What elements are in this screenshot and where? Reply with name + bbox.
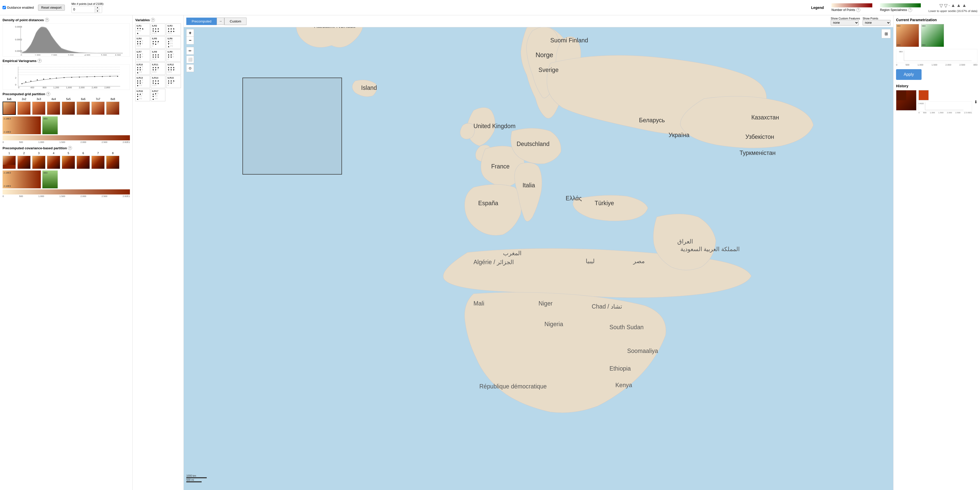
precomputed-tab[interactable]: Precomputed	[186, 18, 217, 25]
svg-text:Ethiopia: Ethiopia	[609, 365, 631, 372]
layer-button[interactable]: ⊞	[881, 29, 891, 38]
cov-thumb-7[interactable]	[91, 156, 105, 169]
ilr9-cell[interactable]: ILR9 ▲▲▽ ▼▼▽ ▽	[166, 49, 181, 62]
download-button[interactable]: ⬇	[974, 100, 977, 104]
cov-thumb-8[interactable]	[106, 156, 119, 169]
history-title: History	[896, 84, 977, 88]
history-thumb-2[interactable]	[918, 90, 929, 100]
variogram-chart: 2 0 0 400 800 1,200 1,600 2,000 2,400 2,…	[3, 64, 130, 90]
map-container[interactable]: Norge Suomi Finland Sverige Island Kalaa…	[184, 27, 893, 490]
ilr13-row2: ▼▼▽	[137, 82, 149, 84]
show-points-label: Show Points	[862, 17, 891, 20]
hx-2000: 2.000	[947, 111, 952, 114]
show-features-group: Show Custom Features none	[831, 17, 860, 25]
grid-thumb-2x2[interactable]	[18, 102, 30, 115]
cov-x-labels: 0 500 1.000 1.500 2.000 2.500 2.82E1	[3, 195, 130, 197]
density-title-text: Density of point distances	[3, 18, 44, 22]
ilr7-cell[interactable]: ILR7 ▲▲▽ ▼▼▽ ▽▽▽	[135, 49, 150, 62]
cov-label-6: 6	[76, 151, 90, 155]
min-points-field[interactable]	[72, 7, 95, 12]
zoom-in-button[interactable]: +	[186, 29, 194, 37]
svg-text:2,800: 2,800	[104, 86, 110, 89]
scale-mi-label: 500 mi	[186, 479, 207, 481]
cov-thumb-2[interactable]	[18, 156, 30, 169]
history-chart-svg: 3.41E2	[919, 102, 965, 111]
svg-text:Suomi Finland: Suomi Finland	[550, 37, 588, 44]
svg-text:South Sudan: South Sudan	[609, 324, 644, 331]
cov-partition-help[interactable]: ?	[68, 146, 72, 150]
ilr15-cell[interactable]: ILR15 ▲▲▲ ▼▼▽ ▽	[166, 76, 181, 88]
ilr13-cell[interactable]: ILR13 ▲▲▽ ▼▼▽ ▼▽▽	[135, 76, 150, 88]
density-help-icon[interactable]: ?	[45, 18, 49, 22]
ilr9-row1: ▲▲▽	[167, 53, 180, 56]
grid-green-bar: 0E0	[42, 116, 58, 134]
grid-thumb-1x1[interactable]	[3, 102, 16, 115]
ilr12-label: ILR12	[167, 63, 180, 66]
ilr8-cell[interactable]: ILR8 ▲▲▲ ▼▼▼ ▽▽▽	[151, 49, 165, 62]
grid-thumb-5x5[interactable]	[62, 102, 75, 115]
ilr12-cell[interactable]: ILR12 ▲▲▲ ▼▼▼ ▽▽▽	[166, 62, 181, 75]
tri5: ▲	[956, 3, 961, 8]
ilr6-cell[interactable]: ILR6 ▲▽▽ ▼▽▽ ▲▽▽	[166, 36, 181, 49]
ilr17-cell[interactable]: ILR17 ▲▼▽ ▼▽▽ ▲▽▽	[151, 89, 165, 101]
grid-label-4x4: 4x4	[47, 97, 60, 100]
spinner-down[interactable]: ▼	[95, 10, 100, 13]
target-tool[interactable]: ⊙	[186, 64, 194, 72]
zoom-out-button[interactable]: −	[186, 37, 194, 45]
region-specialness-help[interactable]: ?	[908, 8, 912, 12]
spinner-up[interactable]: ▲	[95, 6, 100, 10]
variogram-help-icon[interactable]: ?	[38, 59, 41, 63]
cov-color-section: 2.18E3 2.10E3 0E0	[3, 170, 130, 188]
apply-button[interactable]: Apply	[896, 69, 921, 80]
cov-thumb-1[interactable]	[3, 156, 16, 169]
ilr14-cell[interactable]: ILR14 ▲▲▲ ▼▲▲ ▽▽▽	[151, 76, 165, 88]
show-points-select[interactable]: none	[862, 20, 891, 25]
grid-thumb-3x3[interactable]	[32, 102, 45, 115]
cov-partition: Precomputed covariance-based partition ?…	[3, 146, 130, 197]
ilr11-cell[interactable]: ILR11 ▲▲▲ ▼▼▽ ▽▽▽	[151, 62, 165, 75]
grid-x-2500: 2.500	[102, 141, 107, 143]
right-panel: Current Parametrization 0E0 0E0 0E0 0E0 …	[893, 15, 980, 490]
grid-thumb-6x6[interactable]	[76, 102, 90, 115]
ilr3-cell[interactable]: ILR3 ▲▲▲ ▲▲▲ ▽▽▽	[166, 24, 181, 35]
show-features-select[interactable]: none	[831, 20, 859, 25]
pencil-tool[interactable]: ✏	[186, 47, 194, 55]
density-chart: 0.0004 0.0002 0.0000 0 1,000 2,000 3,000…	[3, 24, 130, 57]
svg-text:المغرب: المغرب	[503, 250, 522, 257]
ilr1-cell[interactable]: ILR1 ▼▼▲ ▽▽▽ ▲	[135, 24, 150, 35]
ilr4-cell[interactable]: ILR4 ▲▲▽ ▼▼▽ ▽▽▽	[135, 36, 150, 49]
ilr16-label: ILR16	[137, 90, 149, 92]
svg-text:1,200: 1,200	[53, 86, 59, 89]
ilr5-cell[interactable]: ILR5 ▲▲▲ ▼▲▽ ▽	[151, 36, 165, 49]
number-of-points-help[interactable]: ?	[856, 8, 860, 12]
grid-thumb-4x4[interactable]	[47, 102, 60, 115]
guidance-checkbox[interactable]	[3, 6, 6, 9]
cov-thumb-3[interactable]	[32, 156, 45, 169]
cov-thumb-4[interactable]	[47, 156, 60, 169]
ilr12-row2: ▼▼▼	[167, 68, 180, 71]
ilr2-cell[interactable]: ILR2 ▲▲▲ ▼▲▲ ▽▽▽	[151, 24, 165, 35]
variables-help-icon[interactable]: ?	[151, 18, 155, 22]
ilr10-cell[interactable]: ILR10 ▲▲▽ ▼▼▽ ▲▽▽	[135, 62, 150, 75]
ilr6-row2: ▼▽▽	[167, 43, 180, 45]
cov-x-1000: 1.000	[38, 195, 44, 197]
ilr7-row2: ▼▼▽	[137, 56, 149, 59]
reset-viewport-button[interactable]: Reset viewport	[38, 5, 65, 11]
ilr8-row3: ▽▽▽	[152, 59, 164, 60]
grid-thumb-7x7[interactable]	[91, 102, 105, 115]
select-tool[interactable]: ⬜	[186, 56, 194, 63]
guidance-check[interactable]: Guidance enabled	[3, 6, 34, 10]
cov-thumb-6[interactable]	[76, 156, 90, 169]
ilr3-row2: ▲▲▲	[167, 30, 180, 32]
ilr10-row1: ▲▲▽	[137, 66, 149, 68]
grid-thumb-8x8[interactable]	[106, 102, 119, 115]
svg-text:France: France	[491, 163, 510, 170]
density-section-title: Density of point distances ?	[3, 18, 130, 22]
cov-thumb-5[interactable]	[62, 156, 75, 169]
guidance-label: Guidance enabled	[7, 6, 34, 10]
ilr16-cell[interactable]: ILR16 ▲▲▽ ▼▽▽ ▲▽▽	[135, 89, 150, 101]
grid-partition-help[interactable]: ?	[46, 92, 50, 96]
custom-tab[interactable]: Custom	[224, 18, 247, 25]
ilr3-row1: ▲▲▲	[167, 27, 180, 30]
history-thumb-1[interactable]	[896, 90, 916, 110]
